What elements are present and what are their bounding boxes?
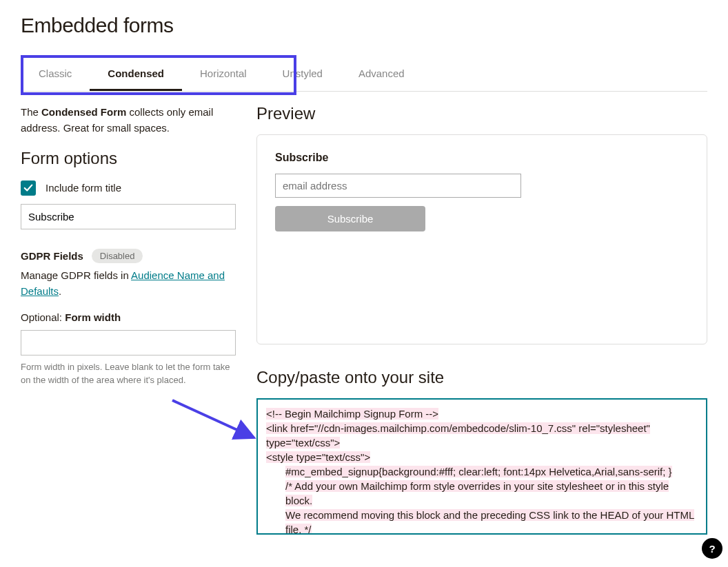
form-width-input[interactable] [21,330,236,355]
tab-advanced[interactable]: Advanced [341,56,423,91]
optional-prefix: Optional: [21,311,65,323]
code-line: We recommend moving this block and the p… [285,509,694,535]
check-icon [23,183,33,193]
embed-code-textarea[interactable]: <!-- Begin Mailchimp Signup Form --> <li… [256,398,707,535]
tab-classic[interactable]: Classic [21,56,90,91]
preview-form-title: Subscribe [275,152,689,164]
code-line: <!-- Begin Mailchimp Signup Form --> [266,408,438,420]
preview-email-input[interactable] [275,174,521,198]
gdpr-text-prefix: Manage GDPR fields in [21,269,131,281]
code-line: <style type="text/css"> [266,451,370,463]
page-title: Embedded forms [21,14,707,37]
copy-paste-heading: Copy/paste onto your site [256,368,707,387]
desc-strong: Condensed Form [41,106,126,118]
form-title-input[interactable] [21,204,236,229]
code-line: /* Add your own Mailchimp form style ove… [285,480,669,506]
gdpr-disabled-badge: Disabled [92,249,143,263]
gdpr-text: Manage GDPR fields in Audience Name and … [21,267,236,300]
form-options-heading: Form options [21,149,236,168]
tab-unstyled[interactable]: Unstyled [265,56,341,91]
gdpr-fields-label: GDPR Fields [21,250,83,262]
form-width-label: Form width [65,311,121,323]
form-description: The Condensed Form collects only email a… [21,104,236,136]
preview-subscribe-button[interactable]: Subscribe [275,206,425,231]
form-width-help: Form width in pixels. Leave blank to let… [21,361,236,387]
tab-condensed[interactable]: Condensed [90,56,182,91]
include-title-row: Include form title [21,181,236,196]
code-line: <link href="//cdn-images.mailchimp.com/e… [266,422,650,449]
help-button[interactable]: ? [702,538,722,548]
include-title-label: Include form title [46,182,121,194]
gdpr-text-suffix: . [59,285,61,297]
preview-heading: Preview [256,104,707,123]
form-width-label-row: Optional: Form width [21,311,236,323]
include-title-checkbox[interactable] [21,181,36,196]
tabs-bar: Classic Condensed Horizontal Unstyled Ad… [21,56,707,92]
code-line: #mc_embed_signup{background:#fff; clear:… [285,466,672,477]
desc-prefix: The [21,106,41,118]
tab-horizontal[interactable]: Horizontal [182,56,265,91]
preview-frame: Subscribe Subscribe [256,134,707,344]
